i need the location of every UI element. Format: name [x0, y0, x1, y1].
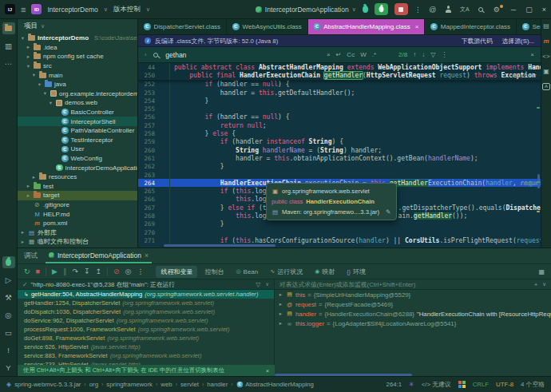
code-line[interactable]: 257 return null;: [138, 121, 541, 129]
tree-item--[interactable]: ▸▦临时文件和控制台: [18, 237, 137, 247]
endpoints-icon[interactable]: <>: [542, 53, 549, 60]
tree-item--[interactable]: ▸▤外部库: [18, 228, 137, 237]
debug-icon[interactable]: [2, 256, 15, 268]
regex-toggle[interactable]: .*: [372, 51, 376, 58]
stop-icon[interactable]: ■: [36, 267, 40, 275]
tree-chevron-icon[interactable]: ▸: [26, 44, 31, 50]
mute-breakpoints-icon[interactable]: ⊘: [113, 267, 120, 275]
debug-session-tab[interactable]: InterceptorDemoApplication ×: [46, 248, 152, 263]
code-line[interactable]: 255: [138, 105, 541, 113]
debug-tab-运行状况[interactable]: ∿运行状况: [265, 266, 307, 278]
breadcrumb-item[interactable]: AbstractHandlerMapping: [245, 381, 314, 388]
horizontal-scrollbar[interactable]: [164, 244, 276, 247]
debug-tab-bean[interactable]: ◎Bean: [231, 267, 263, 277]
code-line[interactable]: 260 String handlerName = (String) handle…: [138, 146, 541, 154]
tree-chevron-icon[interactable]: ▾: [26, 63, 31, 69]
close-tab-icon[interactable]: ×: [415, 23, 419, 30]
line-number[interactable]: 256: [138, 113, 159, 121]
debug-tab-线程和变量[interactable]: 线程和变量: [156, 266, 197, 278]
project-panel-title[interactable]: 项目: [24, 22, 38, 31]
caret-position[interactable]: 264:1: [386, 381, 402, 388]
window-close-button[interactable]: ×: [542, 6, 546, 14]
search-everywhere-icon[interactable]: [476, 7, 486, 12]
tree-item-main[interactable]: ▾main: [18, 70, 137, 80]
git-icon[interactable]: Y: [2, 362, 15, 374]
download-sources-link[interactable]: 下载源代码: [462, 37, 493, 46]
tree-chevron-icon[interactable]: ▸: [26, 192, 31, 199]
resume-icon[interactable]: ▶: [52, 267, 57, 275]
debug-tab-环境[interactable]: {}环境: [342, 266, 371, 278]
main-menu-icon[interactable]: ≡: [21, 5, 26, 14]
more-options-icon[interactable]: ⋮: [441, 51, 447, 58]
layout-settings-icon[interactable]: ▦: [538, 268, 545, 275]
encoding-indicator[interactable]: UTF-8: [496, 381, 513, 388]
tree-item-testinterceptor[interactable]: CTestInterceptor: [18, 136, 137, 145]
tree-chevron-icon[interactable]: ▸: [26, 53, 31, 60]
line-number[interactable]: 252: [138, 81, 159, 88]
tree-item-org-example-interceptordemo[interactable]: ▾org.example.interceptordemo: [18, 89, 137, 99]
line-number[interactable]: 267: [138, 204, 159, 212]
match-case-toggle[interactable]: Cc: [347, 51, 355, 58]
view-breakpoints-icon[interactable]: ◎: [125, 267, 132, 275]
tree-chevron-icon[interactable]: ▸: [31, 174, 37, 180]
debug-tab-控制台[interactable]: 控制台: [200, 266, 228, 278]
line-number[interactable]: 254: [138, 97, 159, 105]
prev-match-icon[interactable]: ↑: [413, 51, 416, 58]
indent-indicator[interactable]: 4 个空格: [521, 380, 545, 389]
line-number[interactable]: 270: [138, 229, 159, 236]
windows-plugin-icon[interactable]: [458, 381, 466, 388]
services-icon[interactable]: ◎: [2, 309, 15, 321]
tree-item-demos-web[interactable]: ▾demos.web: [18, 98, 137, 108]
tree-item-pathvariablecontroller[interactable]: CPathVariableController: [18, 126, 137, 136]
line-number[interactable]: 44: [138, 64, 159, 71]
breadcrumb-item[interactable]: servlet: [180, 381, 199, 388]
line-number[interactable]: 268: [138, 212, 159, 220]
thread-selector[interactable]: ✓ "http-nio-8080-exec-1"@5,238 在组"main":…: [18, 279, 274, 290]
variable-row[interactable]: ▸@request = {RequestFacade@5469}: [275, 299, 551, 309]
tree-chevron-icon[interactable]: ▸: [20, 229, 26, 236]
line-number[interactable]: 250: [138, 72, 159, 79]
code-line[interactable]: 252 if (handler == null) {: [138, 81, 541, 89]
stack-frame[interactable]: service:626, HttpServlet (javax.servlet.…: [18, 343, 274, 351]
tree-chevron-icon[interactable]: ▸: [26, 183, 31, 189]
pause-icon[interactable]: ∥: [63, 267, 67, 275]
tree-item-test[interactable]: ▸test: [18, 182, 137, 192]
line-number[interactable]: 269: [138, 220, 159, 228]
stack-frame[interactable]: getHandler:1254, DispatcherServlet (org.…: [18, 299, 274, 307]
line-number[interactable]: 255: [138, 105, 159, 113]
expand-chevron-icon[interactable]: ▸: [278, 320, 283, 327]
variable-row[interactable]: ▸∞this.logger = {LogAdapter$Slf4jLocatio…: [275, 319, 551, 328]
database-icon[interactable]: ▤: [543, 22, 549, 30]
code-line[interactable]: 262 }: [138, 163, 541, 171]
breadcrumb-item[interactable]: web: [161, 381, 172, 388]
debug-tab-映射[interactable]: ◉映射: [310, 266, 339, 278]
more-icon[interactable]: ⋮: [137, 267, 144, 275]
newline-icon[interactable]: ↵: [336, 51, 342, 58]
tree-item-user[interactable]: CUser: [18, 145, 137, 154]
chevron-down-icon[interactable]: ∨: [265, 281, 269, 288]
add-watch-icon[interactable]: +: [534, 281, 538, 288]
stack-frame[interactable]: doDispatch:1036, DispatcherServlet (org.…: [18, 307, 274, 316]
horizontal-scrollbar[interactable]: [275, 374, 412, 376]
stack-frame[interactable]: doService:962, DispatcherServlet (org.sp…: [18, 316, 274, 325]
tree-chevron-icon[interactable]: ▾: [37, 81, 42, 88]
line-ending-indicator[interactable]: CRLF: [473, 381, 489, 388]
stack-frame[interactable]: processRequest:1006, FrameworkServlet (o…: [18, 325, 274, 334]
problems-icon[interactable]: !: [2, 344, 15, 356]
window-maximize-button[interactable]: ▢: [525, 6, 533, 14]
tree-item-interceptorshell[interactable]: CInterceptorShell: [18, 117, 137, 126]
line-number[interactable]: 262: [138, 163, 159, 170]
expand-icon[interactable]: ›: [145, 52, 146, 57]
code-line[interactable]: 261 handler = this.obtainApplicationCont…: [138, 154, 541, 162]
line-number[interactable]: 271: [138, 237, 159, 244]
step-out-icon[interactable]: ↥: [96, 267, 102, 275]
breadcrumb-item[interactable]: org: [89, 381, 98, 388]
run-icon[interactable]: ▷: [2, 274, 15, 286]
expand-chevron-icon[interactable]: ▸: [278, 311, 283, 317]
line-number[interactable]: 259: [138, 138, 159, 145]
line-number[interactable]: 258: [138, 130, 159, 137]
expand-chevron-icon[interactable]: ▸: [278, 301, 283, 307]
line-number[interactable]: 266: [138, 196, 159, 203]
editor-tab[interactable]: CWebAsyncUtils.class: [227, 19, 308, 34]
tree-item--idea[interactable]: ▸.idea: [18, 43, 137, 53]
